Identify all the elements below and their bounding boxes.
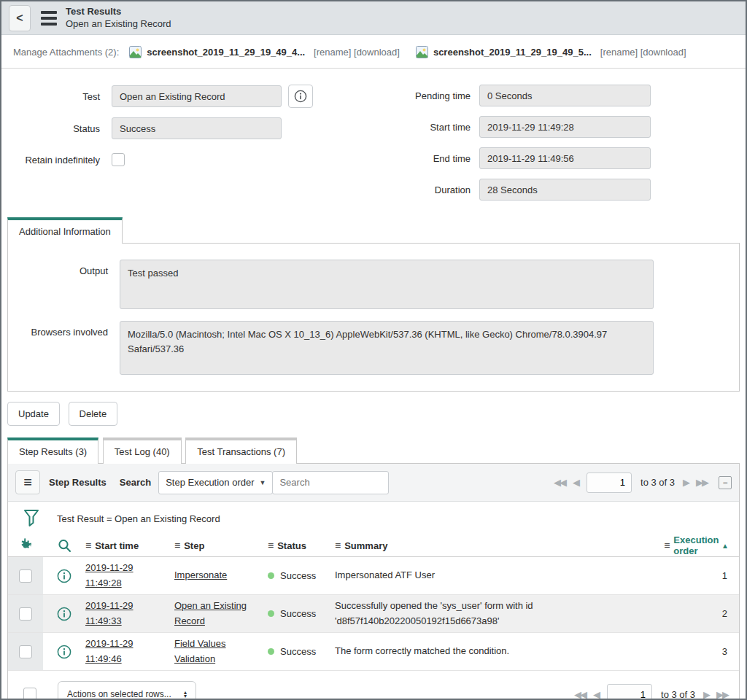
start-time-field[interactable] <box>479 116 651 138</box>
last-page-button[interactable]: ▶▶ <box>696 477 708 488</box>
step-link[interactable]: Impersonate <box>174 568 255 583</box>
column-header-execution-order[interactable]: ≡Execution order ▲ <box>679 534 739 556</box>
output-textarea[interactable]: Test passed <box>120 260 654 309</box>
start-time-link[interactable]: 2019-11-29 11:49:33 <box>85 599 148 629</box>
row-info-cell <box>43 633 85 670</box>
actions-select[interactable]: Actions on selected rows... ▴▾ <box>58 681 196 700</box>
summary-cell: The form correctly matched the condition… <box>335 633 679 670</box>
attachment-link[interactable]: screenshot_2019_11_29_19_49_5... <box>433 47 592 58</box>
tab-step-results[interactable]: Step Results (3) <box>7 438 98 464</box>
retain-field-label: Retain indefinitely <box>1 155 100 166</box>
list-menu-icon[interactable]: ≡ <box>15 470 40 494</box>
actions-select-label: Actions on selected rows... <box>67 689 171 699</box>
column-menu-icon: ≡ <box>335 540 341 551</box>
list-title: Step Results <box>49 477 107 488</box>
page-number-input[interactable] <box>587 472 632 493</box>
tab-test-log[interactable]: Test Log (40) <box>103 438 182 464</box>
page-number-input[interactable] <box>607 684 652 700</box>
first-page-button[interactable]: ◀◀ <box>554 477 565 488</box>
attachment-item: screenshot_2019_11_29_19_49_5... [rename… <box>416 46 686 58</box>
row-info-cell <box>43 595 85 632</box>
status-field[interactable] <box>112 117 282 139</box>
first-page-button[interactable]: ◀◀ <box>574 689 586 700</box>
filter-funnel-icon[interactable] <box>23 509 39 528</box>
page-header: < Test Results Open an Existing Record <box>1 1 746 35</box>
step-cell: Open an Existing Record <box>174 595 268 632</box>
list-column-search-icon[interactable] <box>43 538 85 553</box>
reference-info-button[interactable] <box>288 85 313 108</box>
attachment-link[interactable]: screenshot_2019_11_29_19_49_4... <box>147 47 305 58</box>
chevron-down-icon: ▼ <box>260 479 266 486</box>
attachments-bar: Manage Attachments (2): screenshot_2019_… <box>1 35 746 69</box>
test-field[interactable] <box>112 85 282 107</box>
status-field-label: Status <box>1 123 100 134</box>
row-range-text: to 3 of 3 <box>640 477 675 488</box>
step-results-list: ≡ Step Results Search Step Execution ord… <box>7 463 740 700</box>
prev-page-button[interactable]: ◀ <box>593 689 599 700</box>
next-page-button[interactable]: ▶ <box>703 689 709 700</box>
record-name-subtitle: Open an Existing Record <box>66 18 171 30</box>
test-field-label: Test <box>1 91 100 102</box>
start-time-link[interactable]: 2019-11-29 11:49:46 <box>85 637 148 667</box>
attachment-rename-download-links[interactable]: [rename] [download] <box>314 47 400 58</box>
record-preview-info-icon[interactable] <box>57 607 71 621</box>
end-time-label: End time <box>374 153 471 164</box>
step-cell: Impersonate <box>174 557 268 594</box>
start-time-link[interactable]: 2019-11-29 11:49:28 <box>85 561 148 591</box>
column-menu-icon: ≡ <box>174 540 180 551</box>
filter-condition-text[interactable]: Test Result = Open an Existing Record <box>57 513 220 524</box>
step-link[interactable]: Open an Existing Record <box>174 599 255 629</box>
additional-information-section: Additional Information Output Test passe… <box>7 217 740 392</box>
collapse-list-button[interactable]: − <box>719 476 732 489</box>
start-time-label: Start time <box>374 122 471 133</box>
delete-button[interactable]: Delete <box>69 402 118 426</box>
hamburger-menu-icon[interactable] <box>41 11 57 26</box>
column-header-status[interactable]: ≡Status <box>268 540 335 551</box>
search-field-select[interactable]: Step Execution order ▼ <box>158 471 273 494</box>
start-time-cell: 2019-11-29 11:49:28 <box>85 557 174 594</box>
step-result-row: 2019-11-29 11:49:28 Impersonate Success … <box>8 557 739 595</box>
attachment-rename-download-links[interactable]: [rename] [download] <box>600 47 686 58</box>
list-settings-gear-icon[interactable] <box>8 538 43 553</box>
retain-indefinitely-checkbox[interactable] <box>112 153 125 166</box>
last-page-button[interactable]: ▶▶ <box>716 689 728 700</box>
execution-order-cell: 1 <box>679 557 739 594</box>
step-link[interactable]: Field Values Validation <box>174 637 255 667</box>
back-button[interactable]: < <box>9 5 31 31</box>
execution-order-cell: 3 <box>679 633 739 670</box>
status-cell: Success <box>268 595 335 632</box>
row-checkbox[interactable] <box>19 569 32 583</box>
browsers-involved-textarea[interactable]: Mozilla/5.0 (Macintosh; Intel Mac OS X 1… <box>120 321 654 375</box>
record-preview-info-icon[interactable] <box>57 645 71 659</box>
step-cell: Field Values Validation <box>174 633 268 670</box>
test-results-page: < Test Results Open an Existing Record M… <box>0 0 747 700</box>
end-time-field[interactable] <box>479 147 651 169</box>
search-label: Search <box>120 477 151 488</box>
select-updown-icon: ▴▾ <box>184 691 187 698</box>
tab-test-transactions[interactable]: Test Transactions (7) <box>185 438 297 464</box>
image-file-icon <box>129 46 142 58</box>
pending-time-field[interactable] <box>479 85 651 106</box>
list-pagination-top: ◀◀ ◀ to 3 of 3 ▶ ▶▶ − <box>550 472 732 493</box>
row-range-text: to 3 of 3 <box>661 689 695 700</box>
select-all-checkbox[interactable] <box>23 688 36 700</box>
execution-order-cell: 2 <box>679 595 739 632</box>
page-title: Test Results Open an Existing Record <box>66 6 171 30</box>
tab-additional-information[interactable]: Additional Information <box>7 217 123 244</box>
row-select-cell <box>8 595 43 632</box>
row-checkbox[interactable] <box>19 607 32 621</box>
column-header-step[interactable]: ≡Step <box>174 540 268 551</box>
column-header-start-time[interactable]: ≡Start time <box>85 540 174 551</box>
column-menu-icon: ≡ <box>85 540 91 551</box>
row-info-cell <box>43 557 85 594</box>
sort-ascending-icon: ▲ <box>721 542 729 550</box>
column-header-summary[interactable]: ≡Summary <box>335 540 679 551</box>
prev-page-button[interactable]: ◀ <box>573 477 578 488</box>
row-checkbox[interactable] <box>19 645 32 658</box>
next-page-button[interactable]: ▶ <box>683 477 689 488</box>
list-search-input[interactable] <box>272 471 389 494</box>
update-button[interactable]: Update <box>7 402 60 426</box>
record-preview-info-icon[interactable] <box>57 569 71 583</box>
list-pagination-bottom: ◀◀ ◀ to 3 of 3 ▶ ▶▶ <box>570 684 732 700</box>
duration-field[interactable] <box>479 179 651 201</box>
